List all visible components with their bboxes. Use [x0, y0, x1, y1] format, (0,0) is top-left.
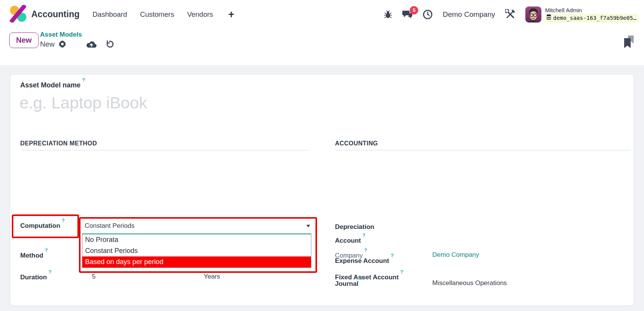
database-indicator: demo_saas-163_f7a59b9e05…	[545, 14, 638, 23]
help-icon: ?	[400, 269, 403, 275]
app-brand[interactable]: Accounting	[9, 5, 80, 24]
breadcrumb-current: New	[40, 40, 55, 48]
database-icon	[546, 14, 551, 22]
database-name: demo_saas-163_f7a59b9e05…	[553, 15, 636, 21]
help-icon: ?	[360, 276, 363, 281]
avatar[interactable]	[525, 6, 541, 23]
discard-undo-icon[interactable]	[105, 40, 114, 48]
help-icon: ?	[362, 233, 365, 238]
gear-icon[interactable]	[58, 40, 66, 48]
duration-unit[interactable]: Years	[204, 273, 220, 280]
app-name[interactable]: Accounting	[31, 9, 80, 19]
duration-label: Duration?	[20, 272, 52, 281]
messages-icon[interactable]: 5	[402, 10, 413, 19]
breadcrumb: Asset Models New	[40, 31, 114, 48]
method-label: Method?	[20, 251, 48, 259]
debug-bug-icon[interactable]	[384, 10, 392, 19]
duration-value[interactable]: 5	[92, 273, 95, 280]
tools-icon[interactable]	[505, 9, 515, 19]
user-menu[interactable]: Mitchell Admin demo_saas-163_f7a59b9e05…	[525, 6, 640, 23]
help-icon: ?	[45, 248, 48, 253]
nav-item-dashboard[interactable]: Dashboard	[93, 10, 127, 19]
option-no-prorata[interactable]: No Prorata	[82, 234, 311, 245]
odoo-accounting-logo-icon	[9, 5, 27, 24]
section-divider	[20, 150, 309, 150]
plus-icon[interactable]: +	[228, 11, 234, 18]
help-icon: ?	[82, 77, 85, 83]
computation-select[interactable]: Constant Periods	[81, 219, 315, 233]
content-area: Asset Model name? DEPRECIATION METHOD Me…	[0, 66, 644, 311]
expense-account-label: Expense Account?	[335, 256, 394, 265]
option-based-on-days[interactable]: Based on days per period	[82, 256, 311, 267]
asset-model-name-input[interactable]	[19, 91, 294, 114]
company-value[interactable]: Demo Company	[432, 251, 479, 259]
top-navbar: Accounting Dashboard Customers Vendors +	[0, 0, 644, 29]
dropdown-arrow-icon	[306, 225, 310, 227]
nav-item-customers[interactable]: Customers	[140, 10, 174, 19]
asset-model-form: Asset Model name? DEPRECIATION METHOD Me…	[10, 74, 634, 306]
computation-label: Computation?	[20, 221, 64, 230]
help-icon: ?	[391, 253, 394, 258]
option-constant-periods[interactable]: Constant Periods	[82, 245, 311, 256]
asset-model-name-label: Asset Model name?	[20, 81, 85, 89]
section-title-depreciation: DEPRECIATION METHOD	[20, 140, 97, 147]
save-cloud-upload-icon[interactable]	[86, 40, 97, 48]
computation-options-list: No Prorata Constant Periods Based on day…	[82, 234, 311, 268]
company-switcher[interactable]: Demo Company	[443, 10, 495, 19]
section-title-accounting: ACCOUNTING	[335, 140, 378, 147]
journal-label: Journal?	[335, 279, 363, 288]
journal-value[interactable]: Miscellaneous Operations	[432, 279, 507, 287]
bookmark-icon[interactable]	[623, 35, 636, 52]
help-icon: ?	[48, 269, 52, 275]
depreciation-account-label: Depreciation Account?	[335, 221, 385, 247]
nav-item-vendors[interactable]: Vendors	[187, 10, 213, 19]
control-panel: New Asset Models New	[0, 29, 644, 66]
message-count-badge: 5	[410, 6, 418, 15]
activities-clock-icon[interactable]	[423, 10, 433, 19]
breadcrumb-parent-link[interactable]: Asset Models	[40, 31, 114, 39]
help-icon: ?	[62, 218, 65, 223]
section-divider	[335, 150, 631, 150]
help-icon: ?	[364, 248, 367, 253]
new-button[interactable]: New	[9, 32, 39, 48]
user-name: Mitchell Admin	[545, 7, 638, 13]
